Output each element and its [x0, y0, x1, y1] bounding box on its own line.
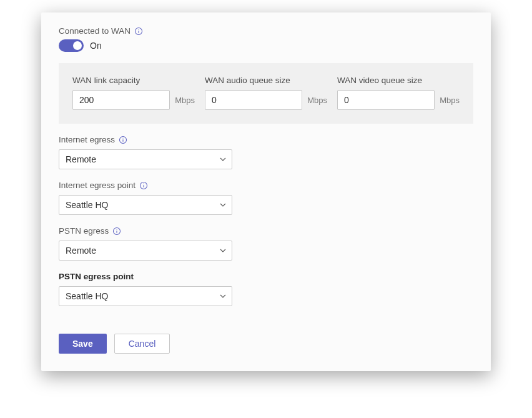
pstn-egress-point-group: PSTN egress point Seattle HQ [59, 272, 473, 306]
wan-link-capacity-field: WAN link capacity Mbps [72, 76, 195, 110]
info-icon[interactable] [134, 27, 143, 36]
svg-point-2 [139, 29, 139, 29]
info-icon[interactable] [139, 181, 148, 190]
wan-audio-queue-unit: Mbps [307, 96, 327, 105]
internet-egress-point-group: Internet egress point Seattle HQ [59, 181, 473, 215]
internet-egress-point-label: Internet egress point [59, 181, 135, 190]
pstn-egress-select[interactable]: Remote [59, 241, 232, 261]
svg-point-5 [123, 137, 124, 138]
connected-label: Connected to WAN [59, 26, 131, 36]
connected-header: Connected to WAN [59, 26, 473, 36]
info-icon[interactable] [119, 136, 127, 144]
connected-toggle-row: On [59, 39, 473, 52]
internet-egress-label: Internet egress [59, 135, 115, 144]
settings-panel: Connected to WAN On WAN link capacity Mb… [41, 12, 491, 371]
button-row: Save Cancel [59, 334, 473, 354]
wan-audio-queue-label: WAN audio queue size [205, 76, 327, 85]
pstn-egress-value: Remote [66, 246, 96, 256]
wan-video-queue-field: WAN video queue size Mbps [337, 76, 460, 110]
info-icon[interactable] [112, 227, 121, 236]
wan-audio-queue-field: WAN audio queue size Mbps [205, 76, 327, 110]
cancel-button[interactable]: Cancel [114, 334, 170, 354]
internet-egress-group: Internet egress Remote [59, 135, 473, 169]
internet-egress-point-select[interactable]: Seattle HQ [59, 195, 232, 215]
pstn-egress-group: PSTN egress Remote [59, 226, 473, 261]
wan-audio-queue-input[interactable] [205, 90, 302, 110]
pstn-egress-label: PSTN egress [59, 226, 109, 236]
wan-link-capacity-label: WAN link capacity [72, 76, 195, 85]
wan-video-queue-unit: Mbps [440, 96, 460, 105]
connected-toggle[interactable] [59, 39, 84, 52]
wan-link-capacity-input[interactable] [72, 90, 170, 110]
connected-toggle-state: On [90, 41, 102, 51]
svg-point-8 [144, 183, 144, 184]
svg-point-11 [117, 229, 117, 229]
internet-egress-value: Remote [66, 154, 96, 164]
pstn-egress-point-label: PSTN egress point [59, 272, 134, 281]
internet-egress-point-value: Seattle HQ [66, 200, 108, 210]
wan-link-capacity-unit: Mbps [175, 96, 195, 105]
internet-egress-select[interactable]: Remote [59, 149, 232, 169]
wan-video-queue-label: WAN video queue size [337, 76, 460, 85]
wan-settings-box: WAN link capacity Mbps WAN audio queue s… [59, 63, 473, 124]
wan-video-queue-input[interactable] [337, 90, 435, 110]
save-button[interactable]: Save [59, 334, 107, 354]
toggle-knob [73, 41, 82, 50]
pstn-egress-point-select[interactable]: Seattle HQ [59, 286, 232, 306]
pstn-egress-point-value: Seattle HQ [66, 291, 108, 301]
